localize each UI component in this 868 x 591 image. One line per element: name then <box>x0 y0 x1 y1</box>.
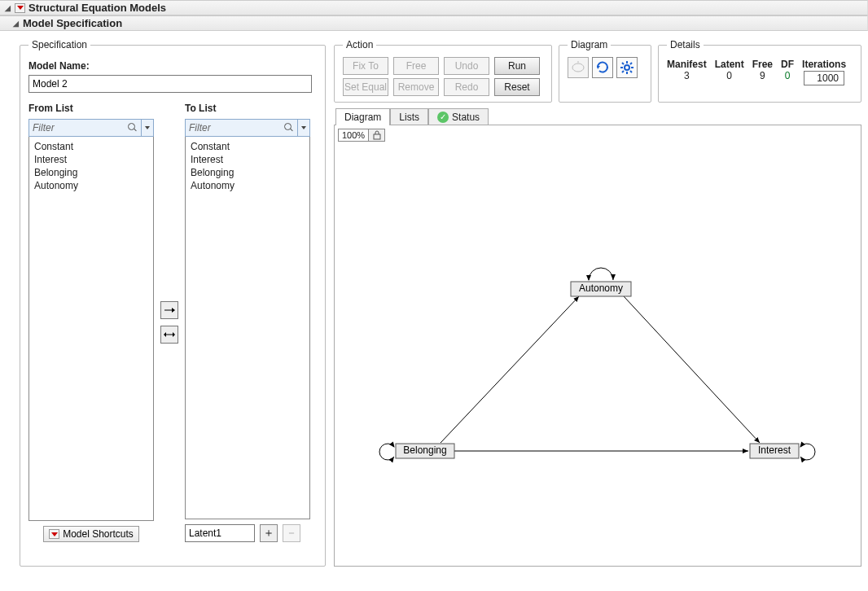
menu-triangle-icon <box>49 529 59 539</box>
section-title: Structural Equation Models <box>28 2 166 14</box>
diagram-canvas[interactable]: 100% <box>334 125 861 567</box>
iterations-input[interactable]: 1000 <box>804 71 844 85</box>
node-belonging[interactable]: Belonging <box>379 444 454 460</box>
list-item[interactable]: Constant <box>191 140 305 153</box>
list-item[interactable]: Interest <box>191 153 305 166</box>
action-panel: Action Fix To Free Undo Run Set Equal Re… <box>334 39 552 103</box>
node-interest[interactable]: Interest <box>750 444 815 460</box>
free-button: Free <box>393 57 439 75</box>
sem-diagram-svg: Autonomy Belonging Interest <box>335 125 856 549</box>
svg-marker-4 <box>173 332 175 337</box>
tab-status[interactable]: Status <box>428 108 489 125</box>
details-iterations: Iterations 1000 <box>802 59 846 85</box>
svg-line-13 <box>622 63 624 64</box>
list-item[interactable]: Autonomy <box>191 179 305 192</box>
details-free: Free 9 <box>752 59 773 85</box>
svg-rect-17 <box>374 134 380 139</box>
zoom-lock-button[interactable] <box>369 129 385 142</box>
menu-triangle-icon[interactable] <box>15 3 25 13</box>
to-list-column: To List Filter Constant Interest Belongi… <box>185 103 310 542</box>
tabs-row: Diagram Lists Status <box>334 107 861 125</box>
to-listbox[interactable]: Constant Interest Belonging Autonomy <box>185 137 310 519</box>
two-way-arrow-button[interactable] <box>160 326 178 344</box>
action-legend: Action <box>343 39 376 50</box>
list-gap <box>154 103 185 542</box>
reset-button[interactable]: Reset <box>494 78 540 96</box>
model-shortcuts-button[interactable]: Model Shortcuts <box>43 526 139 542</box>
from-listbox[interactable]: Constant Interest Belonging Autonomy <box>28 137 154 521</box>
node-autonomy[interactable]: Autonomy <box>571 268 631 296</box>
filter-dropdown-icon[interactable] <box>298 120 309 136</box>
gear-icon <box>620 60 634 75</box>
search-icon[interactable] <box>128 123 138 133</box>
svg-line-16 <box>630 63 632 64</box>
latent-icon <box>571 60 585 75</box>
list-item[interactable]: Belonging <box>191 166 305 179</box>
svg-line-15 <box>622 71 624 72</box>
lists-row: From List Filter Constant Interest Belon… <box>28 103 317 542</box>
refresh-icon <box>595 60 610 75</box>
search-icon[interactable] <box>284 123 294 133</box>
svg-text:Interest: Interest <box>758 444 791 456</box>
diagram-settings-button[interactable] <box>616 57 638 78</box>
edge-autonomy-interest[interactable] <box>624 296 760 443</box>
list-item[interactable]: Belonging <box>34 166 148 179</box>
latent-name-input[interactable] <box>185 524 255 542</box>
svg-marker-7 <box>597 66 600 69</box>
svg-marker-3 <box>164 332 166 337</box>
remove-button: Remove <box>393 78 439 96</box>
edge-belonging-autonomy[interactable] <box>441 296 579 443</box>
self-loop-interest[interactable] <box>800 444 815 460</box>
subsection-title: Model Specification <box>23 17 122 29</box>
details-df: DF 0 <box>781 59 794 85</box>
self-loop-belonging[interactable] <box>379 444 394 460</box>
list-item[interactable]: Interest <box>34 153 148 166</box>
filter-placeholder: Filter <box>33 122 55 134</box>
diagram-panel: Diagram <box>559 39 651 103</box>
list-item[interactable]: Constant <box>34 140 148 153</box>
section-header-model-spec[interactable]: ◢ Model Specification <box>0 15 868 31</box>
disclosure-triangle-icon[interactable]: ◢ <box>11 20 20 28</box>
zoom-level[interactable]: 100% <box>338 129 369 142</box>
status-check-icon <box>437 112 449 123</box>
lock-icon <box>373 130 381 140</box>
list-item[interactable]: Autonomy <box>34 179 148 192</box>
run-button[interactable]: Run <box>494 57 540 75</box>
section-header-sem[interactable]: ◢ Structural Equation Models <box>0 0 868 15</box>
to-list-label: To List <box>185 103 310 114</box>
arrow-both-icon <box>164 331 175 339</box>
content-area: Specification Model Name: From List Filt… <box>0 31 868 570</box>
svg-text:Belonging: Belonging <box>403 444 446 456</box>
disclosure-triangle-icon[interactable]: ◢ <box>3 4 11 12</box>
arrow-right-icon <box>164 306 175 314</box>
specification-legend: Specification <box>28 39 90 50</box>
undo-button: Undo <box>444 57 489 75</box>
fix-to-button: Fix To <box>343 57 388 75</box>
svg-text:Autonomy: Autonomy <box>579 282 623 294</box>
model-shortcuts-label: Model Shortcuts <box>63 528 134 540</box>
diagram-legend: Diagram <box>568 39 611 50</box>
add-latent-button[interactable]: ＋ <box>260 524 278 542</box>
tab-lists[interactable]: Lists <box>390 108 428 125</box>
tab-diagram[interactable]: Diagram <box>335 108 390 125</box>
details-latent: Latent 0 <box>715 59 744 85</box>
filter-placeholder: Filter <box>189 122 211 134</box>
from-filter[interactable]: Filter <box>28 119 154 137</box>
to-filter[interactable]: Filter <box>185 119 310 137</box>
from-list-column: From List Filter Constant Interest Belon… <box>28 103 154 542</box>
svg-line-14 <box>630 71 632 72</box>
specification-panel: Specification Model Name: From List Filt… <box>20 39 326 567</box>
model-name-input[interactable] <box>28 75 312 93</box>
model-name-label: Model Name: <box>28 60 317 72</box>
refresh-diagram-button[interactable] <box>592 57 613 78</box>
filter-dropdown-icon[interactable] <box>142 120 153 136</box>
svg-point-8 <box>625 65 629 70</box>
latent-node-tool <box>568 57 589 78</box>
redo-button: Redo <box>444 78 489 96</box>
svg-point-5 <box>572 63 584 72</box>
self-loop-autonomy[interactable] <box>589 268 613 280</box>
right-column: Action Fix To Free Undo Run Set Equal Re… <box>334 39 861 567</box>
details-legend: Details <box>667 39 704 50</box>
remove-latent-button: － <box>283 524 300 542</box>
one-way-arrow-button[interactable] <box>160 301 178 319</box>
